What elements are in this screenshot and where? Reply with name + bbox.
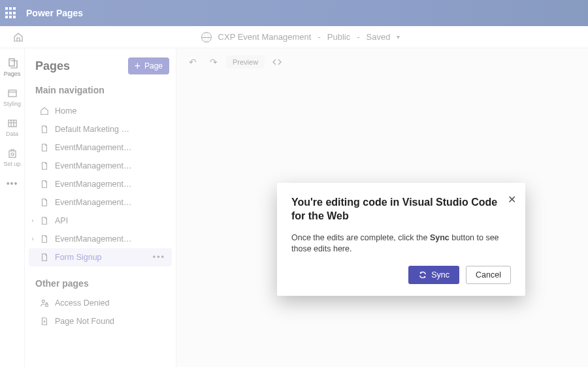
cancel-button[interactable]: Cancel — [466, 266, 511, 284]
vscode-sync-dialog: ✕ You're editing code in Visual Studio C… — [277, 183, 525, 296]
sync-label: Sync — [431, 270, 449, 279]
dialog-body-text: Once the edits are complete, click the — [291, 233, 430, 242]
dialog-body-bold: Sync — [430, 233, 449, 242]
sync-button[interactable]: Sync — [408, 266, 459, 284]
dialog-body: Once the edits are complete, click the S… — [291, 232, 511, 255]
dialog-title: You're editing code in Visual Studio Cod… — [291, 196, 511, 223]
sync-icon — [418, 270, 427, 279]
close-icon[interactable]: ✕ — [508, 193, 516, 206]
